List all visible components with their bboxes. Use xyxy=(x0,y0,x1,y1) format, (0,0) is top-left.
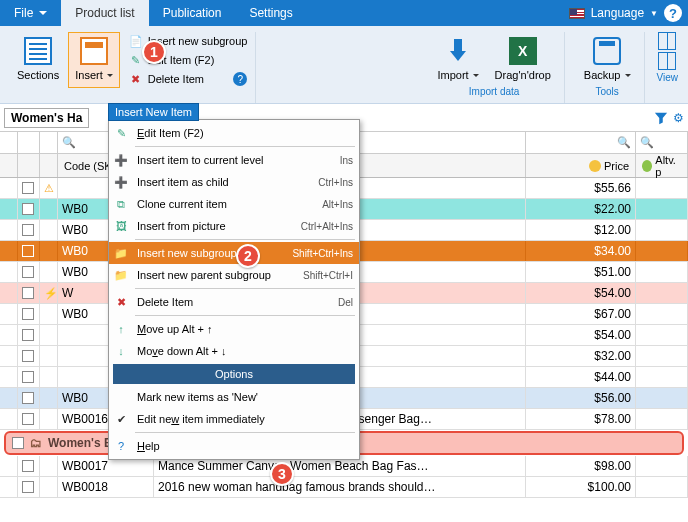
group-checkbox[interactable] xyxy=(12,437,24,449)
parent-subgroup-icon: 📁 xyxy=(113,267,129,283)
help-icon: ? xyxy=(113,438,129,454)
col-altv[interactable]: Altv. p xyxy=(636,154,688,177)
check-icon: ✔ xyxy=(113,411,129,427)
cell-price: $22.00 xyxy=(526,199,636,219)
import-button[interactable]: Import xyxy=(430,32,485,84)
menu-product-list[interactable]: Product list xyxy=(61,0,148,26)
cell-price: $44.00 xyxy=(526,367,636,387)
row-checkbox[interactable] xyxy=(22,203,34,215)
ctx-edit-immediately[interactable]: ✔Edit new item immediately xyxy=(109,408,359,430)
sections-button[interactable]: Sections xyxy=(10,32,66,88)
cell-price: $12.00 xyxy=(526,220,636,240)
language-label[interactable]: Language xyxy=(591,6,644,20)
coin-gold-icon xyxy=(589,160,601,172)
subgroup-icon: 📁 xyxy=(113,245,129,261)
move-down-icon: ↓ xyxy=(113,343,129,359)
cell-price: $56.00 xyxy=(526,388,636,408)
row-checkbox[interactable] xyxy=(22,308,34,320)
cell-price: $51.00 xyxy=(526,262,636,282)
cell-price: $98.00 xyxy=(526,456,636,476)
backup-button[interactable]: Backup xyxy=(577,32,638,84)
row-checkbox[interactable] xyxy=(22,371,34,383)
group-import-label: Import data xyxy=(430,86,557,97)
help-icon[interactable]: ? xyxy=(664,4,682,22)
delete-item-side[interactable]: ✖Delete Item? xyxy=(126,70,250,88)
flash-icon: ⚡ xyxy=(44,287,58,300)
callout-1: 1 xyxy=(142,40,166,64)
group-tools-label: Tools xyxy=(577,86,638,97)
flag-icon xyxy=(569,8,585,19)
plus-folder-icon: 📄 xyxy=(128,33,144,49)
edit-icon: ✎ xyxy=(113,125,129,141)
ctx-help[interactable]: ?Help xyxy=(109,435,359,457)
ctx-move-down[interactable]: ↓Move down Alt + ↓ xyxy=(109,340,359,362)
callout-3: 3 xyxy=(270,462,294,486)
import-icon xyxy=(444,37,472,65)
ctx-clone[interactable]: ⧉Clone current itemAlt+Ins xyxy=(109,193,359,215)
insert-icon: ➕ xyxy=(113,152,129,168)
row-checkbox[interactable] xyxy=(22,392,34,404)
filter-icon[interactable] xyxy=(653,111,669,125)
insert-context-menu: ✎Edit Item (F2) ➕Insert item to current … xyxy=(108,119,360,460)
filter-settings-icon[interactable]: ⚙ xyxy=(673,111,684,125)
cell-price: $54.00 xyxy=(526,325,636,345)
group-view-label: View xyxy=(657,72,679,83)
cell-price: $32.00 xyxy=(526,346,636,366)
ctx-delete[interactable]: ✖Delete ItemDel xyxy=(109,291,359,313)
row-checkbox[interactable] xyxy=(22,287,34,299)
col-price[interactable]: Price xyxy=(526,154,636,177)
breadcrumb[interactable]: Women's Ha xyxy=(4,108,89,128)
row-checkbox[interactable] xyxy=(22,329,34,341)
ctx-insert-current[interactable]: ➕Insert item to current levelIns xyxy=(109,149,359,171)
help-small-icon[interactable]: ? xyxy=(233,72,247,86)
ctx-from-picture[interactable]: 🖼Insert from pictureCtrl+Alt+Ins xyxy=(109,215,359,237)
cell-code: WB0018 xyxy=(58,477,154,497)
table-row[interactable]: WB00182016 new woman handbag famous bran… xyxy=(0,477,688,498)
view-icon-1[interactable] xyxy=(658,32,676,50)
sections-icon xyxy=(24,37,52,65)
search-icon: 🔍 xyxy=(62,136,76,149)
row-checkbox[interactable] xyxy=(22,460,34,472)
warning-icon: ⚠ xyxy=(44,182,54,195)
ctx-move-up[interactable]: ↑Move up Alt + ↑ xyxy=(109,318,359,340)
dragndrop-button[interactable]: X Drag'n'drop xyxy=(488,32,558,84)
menu-file[interactable]: File xyxy=(0,0,61,26)
insert-icon xyxy=(80,37,108,65)
row-checkbox[interactable] xyxy=(22,245,34,257)
view-icon-2[interactable] xyxy=(658,52,676,70)
search-icon: 🔍 xyxy=(640,136,654,149)
row-checkbox[interactable] xyxy=(22,481,34,493)
ctx-new-parent[interactable]: 📁Insert new parent subgroupShift+Ctrl+I xyxy=(109,264,359,286)
search-icon: 🔍 xyxy=(617,136,631,149)
menu-settings[interactable]: Settings xyxy=(235,0,306,26)
ctx-new-subgroup[interactable]: 📁Insert new subgroupShift+Ctrl+Ins xyxy=(109,242,359,264)
insert-child-icon: ➕ xyxy=(113,174,129,190)
ctx-edit-item[interactable]: ✎Edit Item (F2) xyxy=(109,122,359,144)
row-checkbox[interactable] xyxy=(22,350,34,362)
menu-publication[interactable]: Publication xyxy=(149,0,236,26)
row-checkbox[interactable] xyxy=(22,224,34,236)
insert-button[interactable]: Insert xyxy=(68,32,120,88)
folder-icon: 🗂 xyxy=(30,436,42,450)
ctx-options-header: Options xyxy=(113,364,355,384)
cell-price: $67.00 xyxy=(526,304,636,324)
insert-tooltip: Insert New Item xyxy=(108,103,199,121)
cell-price: $100.00 xyxy=(526,477,636,497)
clone-icon: ⧉ xyxy=(113,196,129,212)
row-checkbox[interactable] xyxy=(22,266,34,278)
search-altv[interactable]: 🔍 xyxy=(636,132,688,153)
move-up-icon: ↑ xyxy=(113,321,129,337)
ctx-insert-child[interactable]: ➕Insert item as childCtrl+Ins xyxy=(109,171,359,193)
row-checkbox[interactable] xyxy=(22,182,34,194)
cell-price: $34.00 xyxy=(526,241,636,261)
ctx-mark-new[interactable]: Mark new items as 'New' xyxy=(109,386,359,408)
picture-icon: 🖼 xyxy=(113,218,129,234)
cell-name: 2016 new woman handbag famous brands sho… xyxy=(154,477,526,497)
cell-price: $78.00 xyxy=(526,409,636,429)
row-checkbox[interactable] xyxy=(22,413,34,425)
cell-price: $54.00 xyxy=(526,283,636,303)
delete-icon: ✖ xyxy=(128,71,144,87)
search-price[interactable]: 🔍 xyxy=(526,132,636,153)
delete-icon: ✖ xyxy=(113,294,129,310)
backup-icon xyxy=(593,37,621,65)
